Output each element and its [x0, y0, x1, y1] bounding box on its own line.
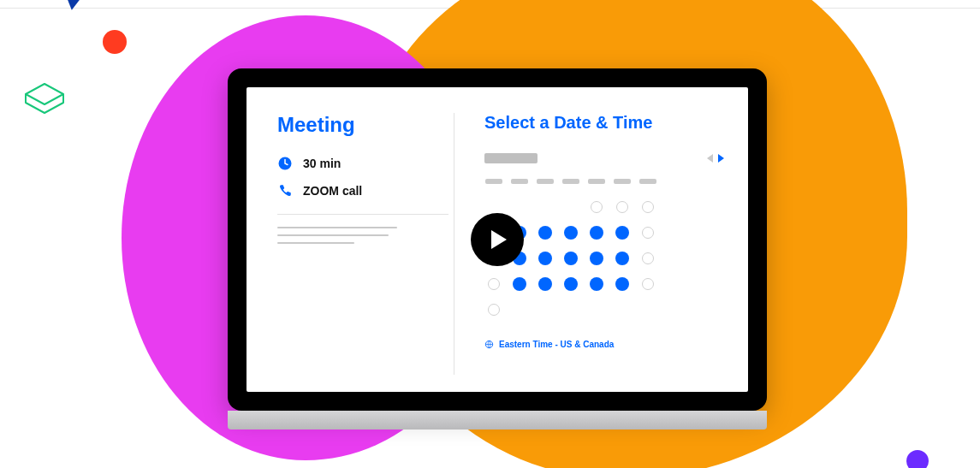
calendar-day[interactable]	[513, 277, 526, 291]
calendar-day[interactable]	[615, 277, 629, 291]
calendar-day[interactable]	[590, 226, 603, 240]
deco-red-circle-icon	[103, 30, 127, 54]
calendar-day	[591, 201, 603, 213]
clock-icon	[277, 156, 293, 171]
meeting-title: Meeting	[277, 113, 448, 137]
calendar-day	[488, 201, 500, 213]
duration-row: 30 min	[277, 156, 448, 171]
deco-outline-shape-icon	[21, 79, 68, 116]
calendar-day[interactable]	[564, 277, 578, 291]
day-header-skeleton	[537, 179, 554, 184]
calendar-day[interactable]	[590, 277, 603, 291]
monitor-bezel: Meeting 30 min ZOOM call	[228, 68, 767, 411]
calendar-day[interactable]	[564, 252, 578, 265]
call-type-row: ZOOM call	[277, 183, 448, 198]
calendar-day[interactable]	[538, 277, 552, 291]
calendar-day[interactable]	[615, 252, 629, 265]
calendar-day	[488, 278, 500, 290]
call-type-text: ZOOM call	[303, 184, 362, 198]
day-header-skeleton	[588, 179, 605, 184]
deco-triangle-icon	[56, 0, 91, 12]
calendar-day	[488, 304, 500, 316]
duration-text: 30 min	[303, 157, 341, 170]
globe-icon	[484, 340, 494, 349]
skeleton-text-line	[277, 227, 397, 228]
calendar-day	[616, 201, 628, 213]
month-label-skeleton	[484, 153, 538, 163]
monitor-stand	[228, 411, 767, 429]
meeting-info-pane: Meeting 30 min ZOOM call	[277, 113, 448, 375]
calendar-header	[484, 153, 724, 163]
scheduler-heading: Select a Date & Time	[484, 113, 724, 133]
skeleton-text-line	[277, 242, 354, 244]
vertical-divider	[454, 113, 454, 375]
phone-icon	[277, 183, 293, 198]
calendar-day[interactable]	[590, 252, 603, 265]
calendar-day	[642, 201, 654, 213]
calendar-day	[565, 304, 577, 316]
calendar-day	[539, 201, 551, 213]
day-header-skeleton	[485, 179, 502, 184]
calendar-day[interactable]	[615, 226, 629, 240]
monitor-illustration: Meeting 30 min ZOOM call	[228, 68, 767, 436]
calendar-day	[539, 304, 551, 316]
calendar-day	[642, 304, 654, 316]
play-video-button[interactable]	[471, 213, 524, 266]
calendar-nav	[707, 154, 724, 163]
calendar-day	[514, 304, 526, 316]
calendar-day	[591, 304, 603, 316]
timezone-text: Eastern Time - US & Canada	[499, 340, 614, 349]
calendar-day[interactable]	[538, 226, 552, 240]
calendar-day	[642, 278, 654, 290]
prev-month-button[interactable]	[707, 154, 713, 163]
calendar-day[interactable]	[538, 252, 552, 265]
deco-purple-circle-icon	[906, 450, 929, 468]
calendar-day	[642, 252, 654, 264]
skeleton-text-line	[277, 234, 389, 236]
calendar-day	[616, 304, 628, 316]
calendar-day[interactable]	[564, 226, 578, 240]
calendar-day	[565, 201, 577, 213]
next-month-button[interactable]	[718, 154, 724, 163]
app-screen: Meeting 30 min ZOOM call	[246, 87, 748, 392]
day-header-skeleton	[639, 179, 656, 184]
day-header-skeleton	[614, 179, 631, 184]
day-header-skeleton	[562, 179, 579, 184]
timezone-row[interactable]: Eastern Time - US & Canada	[484, 340, 724, 349]
day-header-skeleton	[511, 179, 528, 184]
calendar-day	[514, 201, 526, 213]
calendar-day	[642, 227, 654, 239]
left-separator	[277, 214, 448, 215]
